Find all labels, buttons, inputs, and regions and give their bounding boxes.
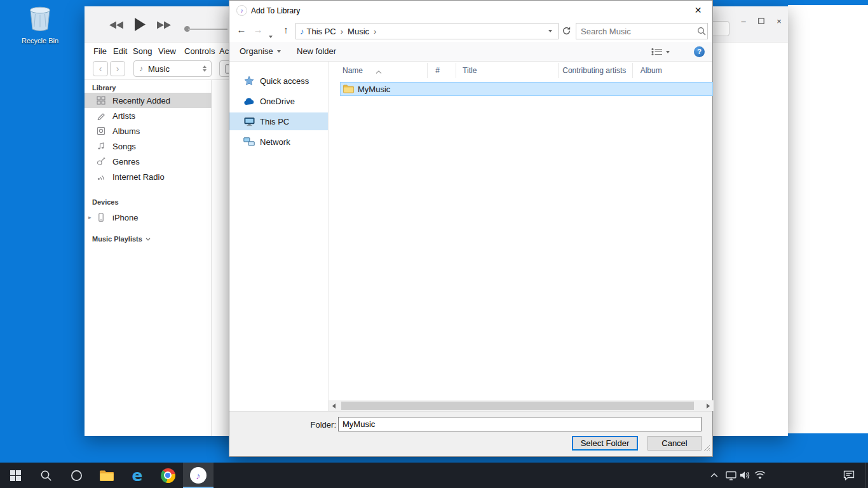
sidebar-item-artists[interactable]: Artists [85, 108, 212, 123]
media-kind-label: Music [148, 64, 203, 74]
chrome-button[interactable] [153, 463, 183, 488]
maximize-button[interactable] [754, 15, 768, 28]
forward-button[interactable]: › [110, 61, 125, 76]
taskbar-search-button[interactable] [31, 463, 61, 488]
chevron-right-icon[interactable]: › [341, 27, 343, 36]
show-desktop-button[interactable] [865, 463, 868, 488]
nav-pane-quick-access[interactable]: Quick access [229, 72, 328, 90]
folder-icon [343, 85, 354, 93]
sidebar-item-iphone[interactable]: ▸ iPhone [85, 210, 212, 225]
itunes-icon: ♪ [190, 467, 207, 484]
column-number[interactable]: # [428, 63, 456, 78]
volume-tray-icon[interactable] [737, 463, 752, 488]
minimize-button[interactable]: – [736, 15, 750, 28]
nav-pane-network[interactable]: Network [229, 133, 328, 151]
organise-button[interactable]: Organise [240, 46, 281, 56]
sidebar-item-songs[interactable]: Songs [85, 139, 212, 154]
itunes-sidebar: Library Recently Added Artists Albums [85, 80, 212, 436]
dialog-title-bar[interactable]: ♪ Add To Library ✕ [229, 1, 712, 20]
cortana-button[interactable] [61, 463, 92, 488]
background-window [788, 5, 868, 433]
chevron-down-icon [146, 238, 151, 241]
music-playlists-header[interactable]: Music Playlists [92, 235, 151, 243]
desktop: Recycle Bin – × File Edit [0, 0, 868, 488]
menu-controls[interactable]: Controls [184, 44, 215, 59]
folder-name-input[interactable] [338, 417, 702, 431]
folder-icon [99, 470, 114, 482]
itunes-taskbar-button[interactable]: ♪ [183, 463, 214, 488]
sidebar-item-albums[interactable]: Albums [85, 123, 212, 139]
view-mode-button[interactable] [651, 48, 670, 56]
volume-slider[interactable] [188, 29, 227, 30]
back-arrow-icon[interactable]: ← [234, 24, 248, 35]
close-button[interactable]: × [772, 15, 786, 28]
add-to-library-dialog: ♪ Add To Library ✕ ← → ↑ ♪ This PC › Mus… [229, 0, 713, 457]
album-icon [96, 126, 105, 136]
new-folder-button[interactable]: New folder [297, 46, 336, 56]
grid-icon [96, 96, 105, 105]
menu-file[interactable]: File [93, 44, 107, 59]
forward-arrow-icon[interactable]: → [251, 24, 265, 35]
column-name[interactable]: Name [329, 63, 428, 78]
resize-grip[interactable] [703, 443, 710, 454]
help-icon[interactable]: ? [694, 46, 705, 57]
search-input[interactable] [576, 27, 693, 36]
breadcrumb-this-pc[interactable]: This PC [307, 27, 336, 36]
network-tray-icon[interactable] [752, 463, 768, 488]
media-kind-selector[interactable]: ♪ Music [133, 60, 212, 77]
fast-forward-button[interactable] [156, 20, 173, 32]
breadcrumb-music[interactable]: Music [348, 27, 369, 36]
menu-account-partial[interactable]: Ac [219, 44, 229, 59]
menu-edit[interactable]: Edit [113, 44, 127, 59]
column-contributing-artists[interactable]: Contributing artists [559, 63, 632, 78]
scroll-right-icon[interactable] [703, 400, 714, 411]
chevron-right-icon[interactable]: › [374, 27, 376, 36]
sort-ascending-icon [376, 64, 382, 78]
iphone-icon [96, 213, 105, 222]
cortana-icon [71, 470, 83, 482]
search-box[interactable] [576, 23, 708, 39]
display-tray-icon[interactable] [723, 463, 738, 488]
menu-view[interactable]: View [158, 44, 176, 59]
horizontal-scrollbar[interactable] [329, 400, 714, 411]
nav-pane-this-pc[interactable]: This PC [229, 112, 328, 130]
file-row-mymusic[interactable]: MyMusic [340, 82, 713, 96]
recycle-bin[interactable]: Recycle Bin [17, 5, 64, 44]
scroll-left-icon[interactable] [329, 400, 339, 411]
cancel-button[interactable]: Cancel [648, 436, 702, 451]
search-icon [40, 470, 52, 482]
hidden-icons-chevron[interactable] [707, 463, 722, 488]
dialog-toolbar: Organise New folder ? [229, 42, 712, 62]
action-center-icon[interactable] [837, 463, 860, 488]
guitar-icon [96, 157, 105, 166]
search-icon[interactable] [697, 27, 706, 36]
address-dropdown-icon[interactable] [548, 30, 552, 32]
refresh-icon[interactable] [562, 26, 571, 38]
edge-button[interactable]: e [122, 463, 153, 488]
edge-icon: e [132, 468, 143, 484]
scrollbar-thumb[interactable] [341, 402, 694, 410]
dialog-footer: Folder: Select Folder Cancel [229, 411, 712, 456]
up-arrow-icon[interactable]: ↑ [279, 24, 293, 35]
start-button[interactable] [0, 463, 31, 488]
close-icon[interactable]: ✕ [684, 1, 712, 20]
menu-song[interactable]: Song [133, 44, 152, 59]
sidebar-item-internet-radio[interactable]: Internet Radio [85, 169, 212, 184]
column-title[interactable]: Title [456, 63, 559, 78]
back-button[interactable]: ‹ [93, 61, 108, 76]
column-album[interactable]: Album [633, 63, 712, 78]
sidebar-item-genres[interactable]: Genres [85, 154, 212, 169]
address-bar[interactable]: ♪ This PC › Music › [295, 23, 559, 39]
select-folder-button[interactable]: Select Folder [572, 436, 638, 451]
music-folder-icon: ♪ [300, 27, 304, 36]
rewind-button[interactable] [109, 20, 125, 32]
sidebar-item-recently-added[interactable]: Recently Added [85, 93, 212, 108]
history-chevron-icon[interactable] [269, 29, 273, 41]
nav-pane-onedrive[interactable]: OneDrive [229, 92, 328, 110]
folder-label: Folder: [295, 420, 336, 430]
file-explorer-button[interactable] [92, 463, 122, 488]
file-name: MyMusic [358, 85, 390, 94]
column-headers: Name # Title Contributing artists Album [329, 63, 712, 78]
play-button[interactable] [134, 17, 146, 34]
disclosure-triangle-icon[interactable]: ▸ [88, 214, 92, 220]
